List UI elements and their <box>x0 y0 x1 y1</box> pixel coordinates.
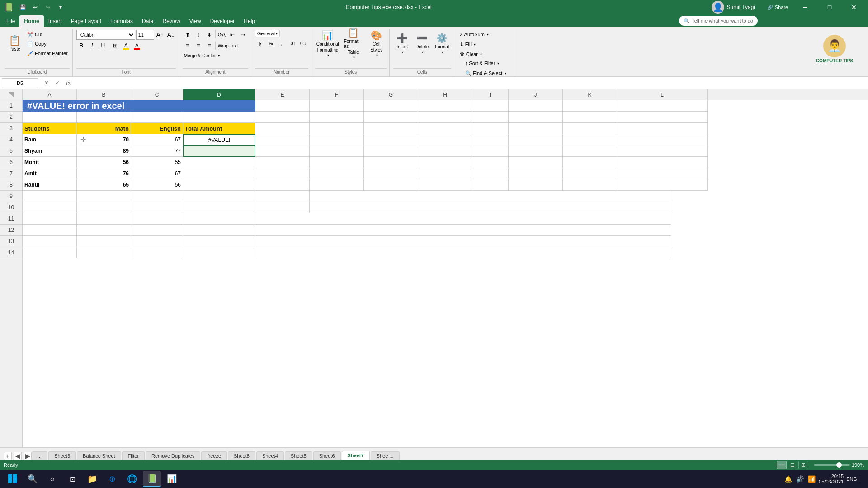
cell-i3[interactable] <box>472 123 509 134</box>
tab-insert[interactable]: Insert <box>44 15 66 27</box>
merge-dropdown-arrow[interactable]: ▾ <box>218 54 220 58</box>
align-center-button[interactable]: ≡ <box>193 41 203 51</box>
scroll-left-button[interactable]: ◀ <box>14 452 22 460</box>
clear-arrow[interactable]: ▾ <box>480 52 482 56</box>
corner-cell[interactable] <box>0 89 23 100</box>
percent-button[interactable]: % <box>266 38 276 48</box>
cell-b8[interactable]: 65 <box>77 179 131 191</box>
cell-e5[interactable] <box>255 145 310 157</box>
row-header-5[interactable]: 5 <box>0 145 22 157</box>
cell-h5[interactable] <box>418 145 472 157</box>
sheet-tab-sheet8[interactable]: Sheet8 <box>228 451 255 460</box>
taskbar-cortana[interactable]: ○ <box>43 471 61 487</box>
fill-color-button[interactable]: A <box>121 41 131 51</box>
sort-arrow[interactable]: ▾ <box>497 61 499 66</box>
tab-review[interactable]: Review <box>158 15 184 27</box>
find-arrow[interactable]: ▾ <box>505 71 506 75</box>
cell-f1[interactable] <box>310 100 364 112</box>
page-layout-view-button[interactable]: ⊡ <box>788 461 797 469</box>
cell-h7[interactable] <box>418 168 472 179</box>
cell-a14[interactable] <box>23 247 77 258</box>
comma-button[interactable]: , <box>277 38 287 48</box>
show-desktop-button[interactable] <box>860 474 864 483</box>
cell-j7[interactable] <box>509 168 563 179</box>
text-direction-button[interactable]: ↺A <box>217 30 226 40</box>
network-icon[interactable]: 📶 <box>807 474 816 483</box>
cell-j2[interactable] <box>509 112 563 123</box>
autosum-arrow[interactable]: ▾ <box>487 33 489 37</box>
underline-button[interactable]: U <box>98 41 108 51</box>
tab-developer[interactable]: Developer <box>206 15 240 27</box>
cell-d11[interactable] <box>183 213 255 225</box>
cell-l1[interactable] <box>617 100 708 112</box>
taskbar-chrome[interactable]: 🌐 <box>123 471 141 487</box>
cell-a4[interactable]: Ram <box>23 134 77 145</box>
cell-b13[interactable] <box>77 236 131 247</box>
find-select-button[interactable]: 🔍 Find & Select ▾ <box>463 69 508 78</box>
cell-c2[interactable] <box>131 112 183 123</box>
tab-view[interactable]: View <box>185 15 206 27</box>
align-top-button[interactable]: ⬆ <box>183 30 193 40</box>
cell-b2[interactable] <box>77 112 131 123</box>
cell-g6[interactable] <box>364 157 418 168</box>
cell-c14[interactable] <box>131 247 183 258</box>
cell-c4[interactable]: 67 <box>131 134 183 145</box>
col-header-j[interactable]: J <box>509 89 563 100</box>
cell-a6[interactable]: Mohit <box>23 157 77 168</box>
col-header-f[interactable]: F <box>310 89 364 100</box>
cond-fmt-arrow[interactable]: ▾ <box>327 53 329 57</box>
sheet-tab-balance[interactable]: Balance Sheet <box>77 451 121 460</box>
copy-button[interactable]: 📄 Copy <box>25 39 70 48</box>
cell-k3[interactable] <box>563 123 617 134</box>
share-button[interactable]: 🔗 Share <box>764 0 791 14</box>
volume-icon[interactable]: 🔊 <box>795 474 804 483</box>
cell-d3[interactable]: Total Amount <box>183 123 255 134</box>
windows-start-button[interactable] <box>4 471 22 487</box>
merge-center-button[interactable]: Merge & Center ▾ <box>183 52 222 60</box>
cell-h2[interactable] <box>418 112 472 123</box>
cancel-formula-button[interactable]: ✕ <box>42 79 51 88</box>
close-button[interactable]: ✕ <box>844 0 864 14</box>
font-size-input[interactable] <box>136 30 154 40</box>
redo-button[interactable]: ↪ <box>42 2 53 13</box>
customize-qat-button[interactable]: ▾ <box>55 2 66 13</box>
cell-e7[interactable] <box>255 168 310 179</box>
cell-e9[interactable] <box>255 191 310 202</box>
cell-a13[interactable] <box>23 236 77 247</box>
col-header-d[interactable]: D <box>183 89 255 100</box>
number-format-dropdown[interactable]: ▾ <box>276 32 278 36</box>
col-header-g[interactable]: G <box>364 89 418 100</box>
cell-c11[interactable] <box>131 213 183 225</box>
cell-f6[interactable] <box>310 157 364 168</box>
cell-l7[interactable] <box>617 168 708 179</box>
cell-a7[interactable]: Amit <box>23 168 77 179</box>
zoom-slider[interactable] <box>814 464 850 466</box>
fill-button[interactable]: ⬇ Fill ▾ <box>458 40 477 49</box>
cell-l3[interactable] <box>617 123 708 134</box>
cell-h8[interactable] <box>418 179 472 191</box>
col-header-b[interactable]: B <box>77 89 131 100</box>
cell-b9[interactable] <box>77 191 131 202</box>
cell-b14[interactable] <box>77 247 131 258</box>
increase-font-button[interactable]: A↑ <box>155 30 165 40</box>
row-header-6[interactable]: 6 <box>0 157 22 168</box>
cell-d12[interactable] <box>183 225 255 236</box>
row-header-4[interactable]: 4 <box>0 134 22 145</box>
sheet-tab-filter[interactable]: Filter <box>122 451 145 460</box>
cell-f8[interactable] <box>310 179 364 191</box>
font-name-selector[interactable]: Calibri <box>76 30 135 40</box>
cell-a12[interactable] <box>23 225 77 236</box>
cell-c5[interactable]: 77 <box>131 145 183 157</box>
cell-k8[interactable] <box>563 179 617 191</box>
conditional-formatting-button[interactable]: 📊 Conditional Formatting ▾ <box>315 30 340 57</box>
add-sheet-button[interactable]: + <box>4 452 12 460</box>
cell-k5[interactable] <box>563 145 617 157</box>
cell-e6[interactable] <box>255 157 310 168</box>
cell-b10[interactable] <box>77 202 131 213</box>
cell-a10[interactable] <box>23 202 77 213</box>
cell-b5[interactable]: 89 <box>77 145 131 157</box>
row-header-14[interactable]: 14 <box>0 247 22 258</box>
delete-arrow[interactable]: ▾ <box>422 50 424 54</box>
cell-b6[interactable]: 56 <box>77 157 131 168</box>
cell-j1[interactable] <box>509 100 563 112</box>
